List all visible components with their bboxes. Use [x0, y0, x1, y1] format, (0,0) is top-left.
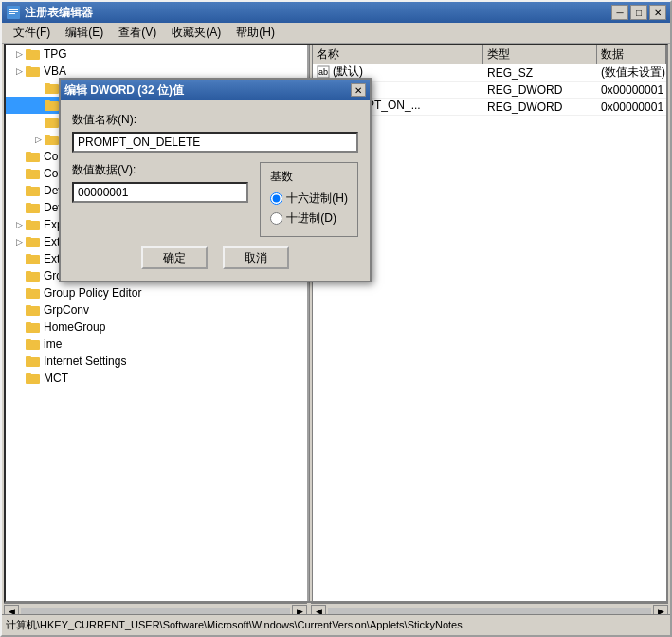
ok-button[interactable]: 确定 [141, 246, 208, 269]
data-input[interactable] [72, 182, 248, 203]
value-section: 数值数据(V): [72, 162, 248, 203]
data-label: 数值数据(V): [72, 162, 248, 178]
data-base-row: 数值数据(V): 基数 十六进制(H) 十进制(D) [72, 162, 358, 237]
hex-radio-row[interactable]: 十六进制(H) [270, 191, 348, 207]
dialog-title-bar: 编辑 DWORD (32 位)值 ✕ [61, 80, 370, 100]
base-label: 基数 [270, 169, 348, 185]
dialog-title: 编辑 DWORD (32 位)值 [64, 82, 351, 99]
base-section: 基数 十六进制(H) 十进制(D) [260, 162, 358, 237]
dec-radio-row[interactable]: 十进制(D) [270, 210, 348, 227]
hex-label: 十六进制(H) [286, 191, 348, 207]
dec-radio[interactable] [270, 212, 282, 225]
dialog-buttons: 确定 取消 [72, 246, 358, 269]
cancel-button[interactable]: 取消 [223, 246, 289, 269]
hex-radio[interactable] [270, 192, 282, 205]
modal-overlay: 编辑 DWORD (32 位)值 ✕ 数值名称(N): 数值数据(V): [2, 2, 670, 635]
app-window: 注册表编辑器 ─ □ ✕ 文件(F) 编辑(E) 查看(V) 收藏夹(A) 帮助… [0, 0, 672, 637]
name-label: 数值名称(N): [72, 112, 358, 128]
dialog-close-button[interactable]: ✕ [351, 83, 366, 97]
dec-label: 十进制(D) [286, 210, 336, 227]
dialog-content: 数值名称(N): 数值数据(V): 基数 十六进制(H) [61, 100, 370, 281]
dword-dialog: 编辑 DWORD (32 位)值 ✕ 数值名称(N): 数值数据(V): [59, 78, 372, 282]
name-input[interactable] [72, 132, 358, 153]
